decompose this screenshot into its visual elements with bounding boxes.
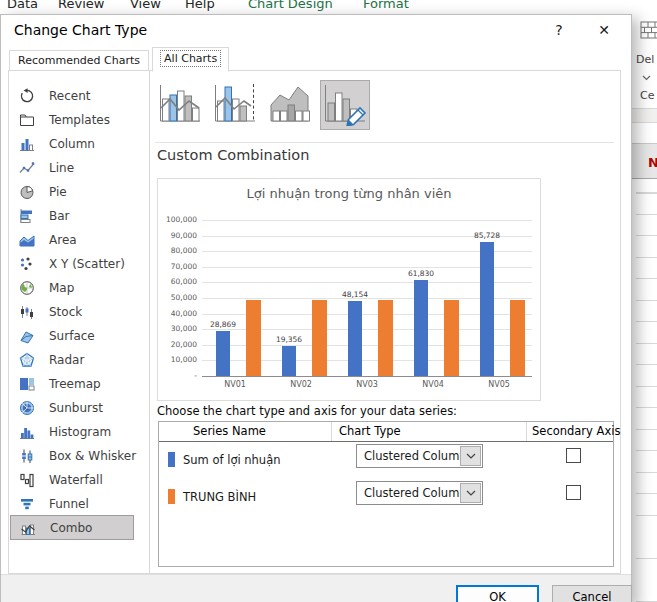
ribbon-cells-label: Ce bbox=[640, 89, 654, 102]
menu-item-help[interactable]: Help bbox=[185, 0, 215, 11]
templates-icon bbox=[19, 112, 35, 128]
sidebar-item-label: Column bbox=[49, 137, 95, 151]
formula-bar-fragment bbox=[629, 108, 657, 123]
sidebar-item-surface[interactable]: Surface bbox=[10, 323, 134, 348]
x-axis-label: NV03 bbox=[334, 380, 400, 389]
col-header-series-name: Series Name bbox=[193, 424, 266, 438]
y-tick-label: 70,000 bbox=[158, 262, 197, 271]
bar-group-nv04: 61,830 bbox=[404, 220, 470, 376]
x-axis-label: NV02 bbox=[268, 380, 334, 389]
sidebar-item-box-whisker[interactable]: Box & Whisker bbox=[10, 443, 134, 468]
divider bbox=[331, 422, 332, 441]
sidebar-item-recent[interactable]: Recent bbox=[10, 83, 134, 108]
menu-item-review[interactable]: Review bbox=[58, 0, 104, 11]
sidebar-item-label: Box & Whisker bbox=[49, 449, 136, 463]
col-header-chart-type: Chart Type bbox=[339, 424, 401, 438]
divider bbox=[526, 422, 527, 441]
combo-icon bbox=[20, 520, 36, 536]
sidebar-item-map[interactable]: Map bbox=[10, 275, 134, 300]
custom-combination-icon bbox=[322, 80, 368, 130]
series-table-header: Series Name Chart Type Secondary Axis bbox=[159, 422, 613, 442]
tab-recommended-charts[interactable]: Recommended Charts bbox=[9, 50, 149, 71]
chart-type-sidebar: RecentTemplatesColumnLinePieBarAreaX Y (… bbox=[9, 71, 150, 573]
series-row-1: TRUNG BÌNHClustered Column bbox=[159, 478, 613, 515]
x-axis-label: NV01 bbox=[202, 380, 268, 389]
combo-variant-clustered-column-line[interactable] bbox=[155, 80, 205, 130]
menu-item-data[interactable]: Data bbox=[7, 0, 38, 11]
dialog-title: Change Chart Type bbox=[14, 22, 147, 38]
sidebar-item-combo[interactable]: Combo bbox=[10, 515, 134, 540]
divider bbox=[155, 142, 614, 143]
data-label: 61,830 bbox=[398, 269, 444, 278]
series-swatch bbox=[168, 452, 175, 467]
all-charts-panel: RecentTemplatesColumnLinePieBarAreaX Y (… bbox=[8, 70, 621, 574]
sidebar-item-area[interactable]: Area bbox=[10, 227, 134, 252]
data-label: 19,356 bbox=[266, 335, 312, 344]
sidebar-item-x-y-scatter-[interactable]: X Y (Scatter) bbox=[10, 251, 134, 276]
chart-type-dropdown[interactable]: Clustered Column bbox=[356, 444, 483, 468]
sidebar-item-waterfall[interactable]: Waterfall bbox=[10, 467, 134, 492]
sidebar-item-column[interactable]: Column bbox=[10, 131, 134, 156]
chevron-down-icon[interactable] bbox=[642, 66, 651, 85]
cell-text-fragment: N bbox=[648, 155, 657, 170]
sunburst-icon bbox=[19, 400, 35, 416]
section-title: Custom Combination bbox=[157, 147, 309, 163]
scatter-icon bbox=[19, 256, 35, 272]
menu-item-view[interactable]: View bbox=[130, 0, 161, 11]
sidebar-item-stock[interactable]: Stock bbox=[10, 299, 134, 324]
series-name: Sum of lợi nhuận bbox=[183, 453, 280, 467]
clustered-column-line-icon bbox=[157, 80, 203, 130]
combo-variant-custom-combination[interactable] bbox=[320, 80, 370, 130]
line-icon bbox=[19, 160, 35, 176]
combo-variant-stacked-area-clustered-column[interactable] bbox=[265, 80, 315, 130]
menu-item-format[interactable]: Format bbox=[363, 0, 409, 11]
cell-styles-icon[interactable] bbox=[640, 18, 657, 46]
help-button[interactable]: ? bbox=[548, 19, 570, 41]
y-tick-label: 20,000 bbox=[158, 340, 197, 349]
sidebar-item-label: X Y (Scatter) bbox=[49, 257, 125, 271]
col-header-secondary-axis: Secondary Axis bbox=[532, 424, 620, 438]
y-tick-label: 10,000 bbox=[158, 355, 197, 364]
sidebar-item-bar[interactable]: Bar bbox=[10, 203, 134, 228]
close-button[interactable]: ✕ bbox=[593, 19, 615, 41]
tab-all-charts[interactable]: All Charts bbox=[152, 47, 229, 72]
y-tick-label: 30,000 bbox=[158, 324, 197, 333]
sidebar-item-sunburst[interactable]: Sunburst bbox=[10, 395, 134, 420]
ok-button[interactable]: OK bbox=[456, 585, 539, 602]
data-label: 28,869 bbox=[200, 320, 246, 329]
data-label: 48,154 bbox=[332, 290, 378, 299]
excel-background-strip: : Del Ce N bbox=[629, 0, 657, 602]
treemap-icon bbox=[19, 376, 35, 392]
sidebar-item-funnel[interactable]: Funnel bbox=[10, 491, 134, 516]
dropdown-arrow-button[interactable] bbox=[460, 483, 481, 503]
tab-label: All Charts bbox=[161, 51, 220, 66]
combo-variant-clustered-column-line-secondary-axis[interactable] bbox=[210, 80, 260, 130]
series-name: TRUNG BÌNH bbox=[183, 490, 256, 504]
sidebar-item-line[interactable]: Line bbox=[10, 155, 134, 180]
sidebar-item-templates[interactable]: Templates bbox=[10, 107, 134, 132]
cancel-button[interactable]: Cancel bbox=[552, 585, 632, 602]
excel-menubar: DataReviewViewHelpChart DesignFormat bbox=[0, 0, 657, 13]
sidebar-item-treemap[interactable]: Treemap bbox=[10, 371, 134, 396]
chart-type-dropdown[interactable]: Clustered Column bbox=[356, 481, 483, 505]
sidebar-item-label: Map bbox=[49, 281, 74, 295]
bar-nv05-series-1 bbox=[510, 300, 525, 376]
sidebar-item-radar[interactable]: Radar bbox=[10, 347, 134, 372]
menu-item-chart-design[interactable]: Chart Design bbox=[248, 0, 333, 11]
chart-title: Lợi nhuận trong từng nhân viên bbox=[158, 186, 540, 201]
secondary-axis-checkbox[interactable] bbox=[566, 448, 581, 463]
secondary-axis-checkbox[interactable] bbox=[566, 485, 581, 500]
bar-nv02-series-0 bbox=[282, 346, 296, 376]
radar-icon bbox=[19, 352, 35, 368]
box-whisker-icon bbox=[19, 448, 35, 464]
y-tick-label: 90,000 bbox=[158, 231, 197, 240]
sidebar-item-label: Area bbox=[49, 233, 77, 247]
sidebar-item-pie[interactable]: Pie bbox=[10, 179, 134, 204]
ribbon-delete-label[interactable]: Del bbox=[636, 53, 654, 66]
sidebar-item-label: Recent bbox=[49, 89, 90, 103]
sidebar-item-histogram[interactable]: Histogram bbox=[10, 419, 134, 444]
chart-preview: Lợi nhuận trong từng nhân viên 100,00090… bbox=[157, 178, 541, 401]
dropdown-arrow-button[interactable] bbox=[460, 446, 481, 466]
series-swatch bbox=[168, 489, 175, 504]
bar-nv01-series-1 bbox=[246, 300, 261, 376]
